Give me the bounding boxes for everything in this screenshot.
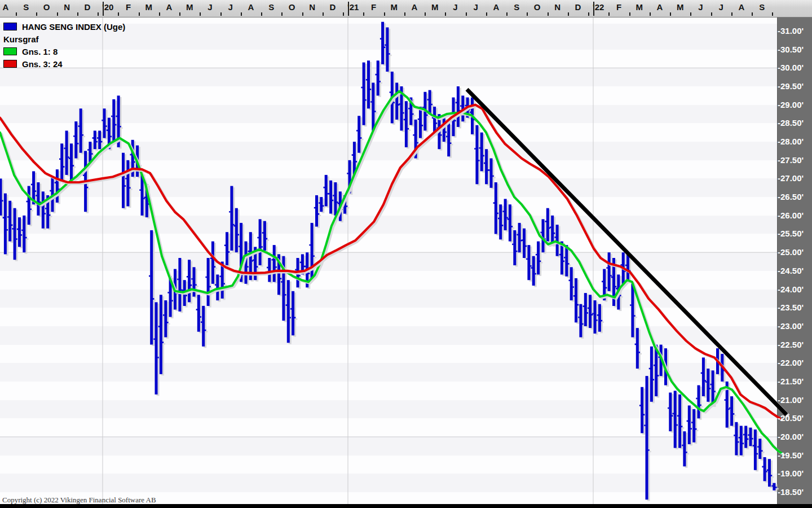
time-axis-label: M: [186, 2, 193, 12]
time-axis-label: J: [208, 2, 212, 12]
time-axis-tick: [608, 12, 610, 16]
price-axis-label: -31.00': [778, 26, 804, 36]
year-separator-tick: [593, 2, 594, 16]
legend-label: HANG SENG INDEX (Uge): [22, 22, 125, 32]
time-axis-tick: [568, 12, 569, 16]
time-axis-tick: [670, 12, 671, 16]
index-bars: [0, 22, 777, 500]
index-bars-shadow: [0, 23, 779, 501]
time-axis-tick: [466, 12, 467, 16]
time-axis-tick: [241, 12, 242, 16]
legend-swatch: [3, 47, 17, 55]
time-axis-label: N: [554, 2, 561, 12]
time-axis-tick: [179, 12, 180, 16]
time-axis-tick: [690, 12, 691, 16]
time-axis-tick: [220, 12, 222, 16]
time-axis-label: F: [126, 2, 131, 12]
time-axis-tick: [384, 12, 385, 16]
price-axis-label: -28.50': [778, 118, 804, 128]
time-axis-tick: [302, 12, 303, 16]
price-axis-label: -26.00': [778, 211, 804, 220]
time-axis-label: A: [739, 2, 745, 12]
price-axis-label: -19.50': [778, 450, 804, 460]
time-axis-label: A: [493, 2, 500, 12]
time-axis-tick: [506, 12, 508, 16]
time-axis-tick: [527, 12, 528, 16]
chart-series: [0, 22, 788, 501]
price-axis-label: -27.00': [778, 173, 804, 183]
time-axis-label: N: [309, 2, 315, 12]
price-axis-label: -20.00': [778, 432, 804, 441]
time-axis-label: S: [23, 2, 29, 12]
legend-swatch: [3, 60, 17, 68]
time-axis-label: F: [371, 2, 376, 12]
price-axis-label: -29.50': [778, 81, 804, 91]
time-axis-label: S: [759, 2, 765, 12]
time-axis-label: M: [636, 2, 643, 12]
price-axis-label: -27.50': [778, 155, 804, 165]
time-axis-label: A: [248, 2, 254, 12]
time-axis-tick: [711, 12, 712, 16]
time-axis-label: A: [3, 2, 9, 12]
time-axis-label: M: [677, 2, 684, 12]
price-axis-label: -30.50': [778, 45, 804, 54]
time-axis-tick: [98, 12, 99, 16]
time-axis-label: M: [145, 2, 153, 12]
time-axis-label: S: [268, 2, 274, 12]
time-axis-tick: [752, 12, 753, 16]
time-axis-label: A: [166, 2, 173, 12]
copyright-text: Copyright (c) 2022 Vikingen Financial So…: [2, 496, 156, 505]
time-axis-label: A: [412, 2, 418, 12]
legend-label: Kursgraf: [3, 34, 39, 44]
legend-item: Gns. 1: 8: [3, 45, 125, 58]
price-axis-labels: -31.00'-30.50'-30.00'-29.50'-29.00'-28.5…: [777, 17, 812, 504]
legend-item: Gns. 3: 24: [3, 58, 125, 70]
bottom-black-bar: [0, 504, 812, 508]
price-axis-label: -18.50': [778, 487, 804, 497]
time-axis-label: A: [657, 2, 663, 12]
time-axis-tick: [588, 12, 589, 16]
time-axis-label: N: [64, 2, 70, 12]
time-axis-tick: [139, 12, 140, 16]
time-axis-label: D: [330, 2, 336, 12]
price-axis-label: -26.50': [778, 192, 804, 202]
time-axis-tick: [159, 12, 160, 16]
legend: HANG SENG INDEX (Uge)KursgrafGns. 1: 8Gn…: [3, 20, 125, 70]
price-axis-label: -28.00': [778, 137, 804, 146]
price-axis-label: -30.00': [778, 63, 804, 72]
time-axis-label: D: [85, 2, 91, 12]
price-axis-label: -23.00': [778, 321, 804, 331]
legend-label: Gns. 1: 8: [22, 47, 58, 56]
time-axis-label: J: [228, 2, 233, 12]
time-axis-tick: [36, 12, 37, 16]
year-separator-tick: [348, 2, 349, 16]
legend-label: Gns. 3: 24: [22, 59, 63, 69]
time-axis-label: D: [575, 2, 581, 12]
price-chart-plot[interactable]: [0, 0, 812, 508]
legend-swatch: [3, 23, 17, 30]
time-axis-tick: [731, 12, 732, 16]
time-axis-tick: [650, 12, 651, 16]
time-axis-tick: [261, 12, 262, 16]
legend-item: Kursgraf: [3, 33, 125, 45]
price-axis-label: -29.00': [778, 100, 804, 110]
price-axis-label: -21.00': [778, 395, 804, 405]
time-axis-tick: [548, 12, 549, 16]
price-axis-label: -21.50': [778, 376, 804, 386]
price-axis-label: -25.00': [778, 247, 804, 257]
time-axis-label: S: [514, 2, 519, 12]
time-axis-tick: [772, 12, 773, 16]
time-axis-tick: [363, 12, 364, 16]
time-axis-tick: [404, 12, 405, 16]
time-axis-tick: [486, 12, 487, 16]
price-axis-label: -24.00': [778, 284, 804, 294]
time-axis-tick: [77, 12, 78, 16]
time-axis-label: O: [43, 2, 50, 12]
price-axis-label: -23.50': [778, 303, 804, 312]
time-axis-tick: [425, 12, 426, 16]
vikingen-chart-window: ASOND'20FMAMJJASOND'21FMAMJJASOND'22FMAM…: [0, 0, 812, 508]
time-axis-label: '20: [102, 2, 113, 12]
year-separator-tick: [103, 2, 104, 16]
price-axis-label: -19.00': [778, 468, 804, 478]
legend-item: HANG SENG INDEX (Uge): [3, 20, 125, 33]
